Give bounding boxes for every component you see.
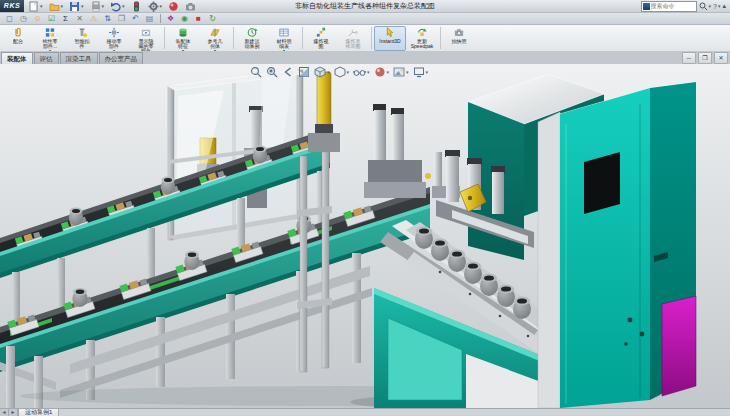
section-view-button[interactable] (296, 65, 312, 78)
tool-icon[interactable]: ↶ (129, 13, 142, 25)
control-cabinet-teal[interactable] (560, 82, 696, 408)
rebuild-traffic-icon (131, 1, 142, 12)
apply-scene-button[interactable]: ▾ (391, 65, 411, 78)
document-close-button[interactable]: ✕ (714, 52, 728, 64)
custom-toolbar: ◻ ◷ ☺ ☑ Σ ✕ ⚠ ⇅ ❐ ↶ ▤ ❖ ◉ ■ ↻ (0, 13, 730, 25)
open-document-button[interactable]: ▾ (47, 0, 66, 13)
tool-icon[interactable]: ■ (192, 13, 205, 25)
chevron-down-icon: ▾ (426, 69, 429, 75)
take-snapshot-button[interactable]: 拍快照 (443, 26, 475, 51)
document-minimize-button[interactable]: ─ (682, 52, 696, 64)
chevron-down-icon: ▾ (61, 1, 64, 12)
display-style-icon (334, 66, 346, 78)
reference-geometry-button[interactable]: 参考几 何体 ▾ (199, 26, 231, 51)
move-component-icon (107, 27, 121, 38)
new-motion-study-button[interactable]: 新建运 动算例 (236, 26, 268, 51)
chevron-down-icon: ▾ (81, 1, 84, 12)
undo-arrow-icon (110, 1, 121, 12)
edit-appearance-button[interactable] (166, 0, 181, 13)
tool-icon[interactable]: ❖ (164, 13, 177, 25)
graphics-viewport[interactable]: ▾ ▾ ▾ ▾ ▾ ▾ (0, 64, 730, 408)
chevron-down-icon: ▾ (406, 69, 409, 75)
command-manager-tabs: 装配体 评估 渲染工具 办公室产品 ─ ❐ ✕ (0, 51, 730, 65)
model-tab-bar: ◂ ▸ 运动算例1 (0, 408, 730, 416)
linear-component-pattern-button[interactable]: 线性零 部件... ▾ (34, 26, 66, 51)
toolbar-separator (160, 14, 161, 23)
tab-scroll-left-button[interactable]: ◂ (0, 409, 9, 416)
previous-view-icon (282, 66, 294, 78)
tab-evaluate[interactable]: 评估 (34, 52, 59, 64)
previous-view-button[interactable] (280, 65, 296, 78)
tool-icon[interactable]: Σ (59, 13, 72, 25)
tab-office-products[interactable]: 办公室产品 (99, 52, 144, 64)
tool-icon[interactable]: ◻ (3, 13, 16, 25)
view-settings-button[interactable]: ▾ (411, 65, 431, 78)
tool-icon[interactable]: ◉ (178, 13, 191, 25)
tool-icon[interactable]: ⇅ (101, 13, 114, 25)
menu-bar: RKS ▾ ▾ ▾ ▾ ▾ ▾ 非标自动化组装生产线各种组件复杂总装配图 (0, 0, 730, 13)
explode-line-sketch-button[interactable]: 爆炸直 线草图 (337, 26, 369, 51)
display-style-button[interactable]: ▾ (332, 65, 352, 78)
tool-icon[interactable]: ◷ (17, 13, 30, 25)
tool-icon[interactable]: ☑ (45, 13, 58, 25)
show-hidden-components-button[interactable]: 显示隐 藏的零 部件 (130, 26, 162, 51)
search-magnifier-button[interactable]: ▾ (699, 1, 712, 12)
eyeglasses-icon (353, 66, 366, 78)
zoom-to-area-button[interactable] (264, 65, 280, 78)
tab-scroll-right-button[interactable]: ▸ (9, 409, 18, 416)
chevron-down-icon: ▾ (122, 1, 125, 12)
chevron-down-icon: ▾ (709, 1, 712, 12)
capture-button[interactable] (183, 0, 198, 13)
assembly-3d-render[interactable] (0, 64, 730, 408)
smart-fasteners-button[interactable]: 智能扣 件 (66, 26, 98, 51)
search-input[interactable] (650, 2, 695, 10)
help-button[interactable]: ? ▾ (713, 1, 720, 12)
save-button[interactable]: ▾ (67, 0, 86, 13)
solidworks-logo[interactable]: RKS (0, 0, 24, 12)
assembly-features-button[interactable]: 装配体 特征 ▾ (167, 26, 199, 51)
mate-button[interactable]: 配合 (2, 26, 34, 51)
undo-button[interactable]: ▾ (108, 0, 127, 13)
options-button[interactable]: ▾ (146, 0, 165, 13)
view-cube-icon (314, 66, 326, 78)
update-speedpak-button[interactable]: 更新 Speedpak (406, 26, 438, 51)
print-button[interactable]: ▾ (88, 0, 107, 13)
motion-study-icon (245, 27, 259, 38)
solidworks-search-icon (643, 3, 650, 10)
tool-icon[interactable]: ☺ (31, 13, 44, 25)
white-side-panel[interactable] (538, 112, 560, 408)
instant3d-button[interactable]: Instant3D (374, 26, 406, 51)
hide-show-items-button[interactable]: ▾ (351, 65, 372, 78)
tool-icon[interactable]: ⚠ (87, 13, 100, 25)
exploded-view-button[interactable]: 爆炸视 图 (305, 26, 337, 51)
zoom-to-fit-button[interactable] (248, 65, 264, 78)
new-document-button[interactable]: ▾ (26, 0, 45, 13)
collapse-menubar-button[interactable]: ▴ (722, 2, 726, 10)
view-orientation-button[interactable]: ▾ (312, 65, 332, 78)
bill-of-materials-button[interactable]: 材料明 细表 ▾ (268, 26, 300, 51)
move-component-button[interactable]: 移动零 部件 ▾ (98, 26, 130, 51)
tool-icon[interactable]: ▤ (143, 13, 156, 25)
appearance-sphere-icon (374, 66, 386, 78)
chevron-down-icon: ▾ (160, 1, 163, 12)
tool-icon[interactable]: ✕ (73, 13, 86, 25)
tab-assembly[interactable]: 装配体 (1, 52, 33, 64)
tool-icon[interactable]: ❐ (115, 13, 128, 25)
ribbon-separator (371, 27, 372, 49)
open-folder-icon (49, 1, 60, 12)
tool-icon[interactable]: ↻ (206, 13, 219, 25)
chevron-down-icon: ▾ (367, 69, 370, 75)
help-glyph: ? (713, 3, 717, 10)
document-restore-button[interactable]: ❐ (698, 52, 712, 64)
instant3d-cursor-icon (383, 27, 397, 38)
tab-render-tools[interactable]: 渲染工具 (60, 52, 98, 64)
chevron-down-icon: ▾ (718, 1, 721, 12)
edit-appearance-hud-button[interactable]: ▾ (372, 65, 392, 78)
motion-study-tab[interactable]: 运动算例1 (18, 409, 59, 416)
linear-pattern-icon (43, 27, 57, 38)
exploded-view-icon (314, 27, 328, 38)
magenta-panel[interactable] (662, 296, 696, 396)
rebuild-button[interactable] (129, 0, 144, 13)
search-box[interactable] (641, 1, 697, 12)
magnifier-icon (699, 2, 708, 11)
